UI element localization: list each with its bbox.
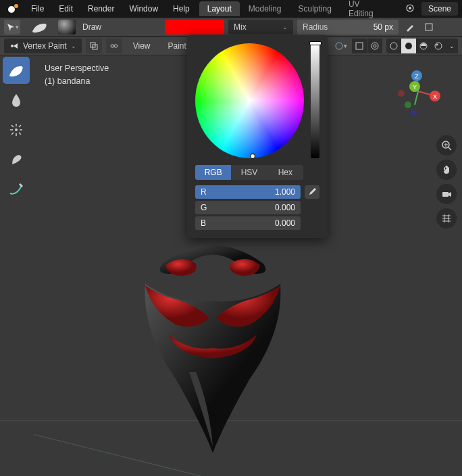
svg-point-19: [15, 128, 18, 131]
tool-annotate-icon[interactable]: [3, 176, 30, 203]
scene-browse-icon[interactable]: [401, 1, 419, 17]
svg-rect-11: [356, 43, 363, 49]
picker-g-value: 0.000: [275, 203, 295, 212]
svg-point-0: [8, 6, 15, 13]
blend-mode-dropdown[interactable]: Mix ⌄: [228, 20, 293, 34]
tool-smear-icon[interactable]: [3, 146, 30, 173]
zoom-icon[interactable]: [436, 135, 457, 156]
mode-select-dropdown[interactable]: Vertex Paint ⌄: [4, 39, 82, 53]
viewport-active-object-label: (1) bandana: [45, 75, 109, 88]
pan-icon[interactable]: [436, 160, 457, 180]
picker-g-slider[interactable]: G 0.000: [195, 201, 301, 214]
svg-text:Y: Y: [413, 84, 417, 91]
tool-average-icon[interactable]: [3, 116, 30, 143]
svg-point-14: [390, 43, 397, 49]
picker-tab-hex[interactable]: Hex: [267, 165, 303, 180]
header-view[interactable]: View: [126, 39, 157, 53]
svg-point-37: [398, 90, 405, 97]
picker-r-slider[interactable]: R 1.000: [195, 185, 301, 199]
svg-point-38: [405, 101, 411, 108]
copy-icon[interactable]: [86, 39, 102, 53]
shading-matprev-icon[interactable]: [416, 39, 431, 53]
svg-point-18: [436, 44, 438, 46]
picker-b-slider[interactable]: B 0.000: [195, 216, 301, 230]
svg-line-25: [19, 133, 21, 135]
radius-value: 50 px: [374, 22, 393, 32]
brush-preview-icon[interactable]: [58, 20, 76, 34]
svg-line-27: [11, 133, 14, 135]
svg-point-17: [435, 43, 442, 49]
gizmo-toggle-icon[interactable]: [352, 39, 367, 53]
picker-b-label: B: [201, 218, 206, 228]
svg-point-12: [371, 43, 378, 49]
menu-edit[interactable]: Edit: [52, 1, 80, 16]
svg-rect-4: [426, 24, 432, 30]
svg-point-15: [405, 43, 412, 49]
picker-tab-rgb[interactable]: RGB: [195, 165, 231, 180]
picker-tab-hsv[interactable]: HSV: [231, 165, 267, 180]
svg-point-39: [410, 110, 417, 115]
app-logo-icon[interactable]: [4, 2, 23, 16]
workspace-tab-layout[interactable]: Layout: [199, 1, 240, 16]
vertex-paint-icon: [9, 41, 19, 51]
viewport-perspective-label: User Perspective: [45, 62, 109, 75]
menu-window[interactable]: Window: [122, 1, 165, 16]
svg-point-1: [14, 4, 18, 8]
color-wheel[interactable]: [195, 43, 304, 158]
radius-label: Radius: [303, 22, 328, 32]
eyedropper-icon[interactable]: [305, 185, 319, 199]
workspace-tab-modeling[interactable]: Modeling: [240, 1, 290, 16]
svg-point-3: [409, 7, 411, 9]
color-picker-popover: RGB HSV Hex R 1.000 G 0.000 B 0.000: [187, 35, 328, 238]
value-slider-cursor[interactable]: [309, 41, 322, 45]
workspace-tab-sculpting[interactable]: Sculpting: [290, 1, 340, 16]
scene-name[interactable]: Scene: [421, 2, 458, 16]
tool-name-label: Draw: [80, 22, 161, 32]
bandana-mesh[interactable]: [115, 237, 311, 460]
svg-line-24: [11, 125, 14, 127]
overlay-dropdown-icon[interactable]: ▾: [333, 39, 348, 53]
value-slider[interactable]: [311, 43, 319, 158]
svg-text:Z: Z: [415, 73, 419, 80]
brush-draw-icon[interactable]: [24, 20, 54, 34]
svg-line-29: [415, 91, 418, 105]
shading-options-dropdown[interactable]: ⌄: [446, 39, 458, 53]
tool-draw-icon[interactable]: [3, 57, 30, 84]
camera-icon[interactable]: [436, 184, 457, 204]
shading-wireframe-icon[interactable]: [386, 39, 401, 53]
svg-line-41: [448, 147, 451, 150]
svg-point-13: [374, 45, 376, 47]
brush-color-swatch[interactable]: [165, 20, 224, 34]
blend-mode-label: Mix: [234, 22, 247, 32]
strength-dropdown-icon[interactable]: [421, 20, 436, 34]
chevron-down-icon: ⌄: [282, 24, 288, 30]
pressure-radius-icon[interactable]: [403, 20, 417, 34]
cursor-dropdown-icon[interactable]: ▾: [4, 20, 20, 34]
shading-rendered-icon[interactable]: [431, 39, 446, 53]
picker-r-label: R: [201, 187, 207, 197]
tool-blur-icon[interactable]: [3, 87, 30, 114]
svg-point-10: [336, 43, 342, 49]
color-wheel-cursor[interactable]: [250, 153, 255, 159]
shading-solid-icon[interactable]: [401, 39, 416, 53]
axis-gizmo[interactable]: X Y Z: [394, 68, 442, 115]
chevron-down-icon: ⌄: [71, 43, 76, 49]
workspace-tab-uv[interactable]: UV Editing: [340, 1, 394, 16]
brush-radius-field[interactable]: Radius 50 px: [297, 20, 399, 34]
mode-name: Vertex Paint: [23, 41, 67, 51]
svg-text:X: X: [433, 93, 437, 100]
svg-rect-9: [114, 45, 118, 47]
picker-r-value: 1.000: [275, 187, 295, 197]
picker-g-label: G: [201, 203, 207, 212]
picker-b-value: 0.000: [275, 218, 295, 228]
overlay-toggle-icon[interactable]: [367, 39, 382, 53]
link-icon[interactable]: [106, 39, 122, 53]
menu-help[interactable]: Help: [166, 1, 197, 16]
svg-rect-8: [111, 45, 114, 47]
svg-point-5: [11, 45, 14, 47]
svg-line-26: [19, 125, 21, 127]
perspective-toggle-icon[interactable]: [436, 208, 457, 229]
menu-file[interactable]: File: [24, 1, 51, 16]
menu-render[interactable]: Render: [81, 1, 121, 16]
svg-rect-44: [442, 192, 448, 197]
